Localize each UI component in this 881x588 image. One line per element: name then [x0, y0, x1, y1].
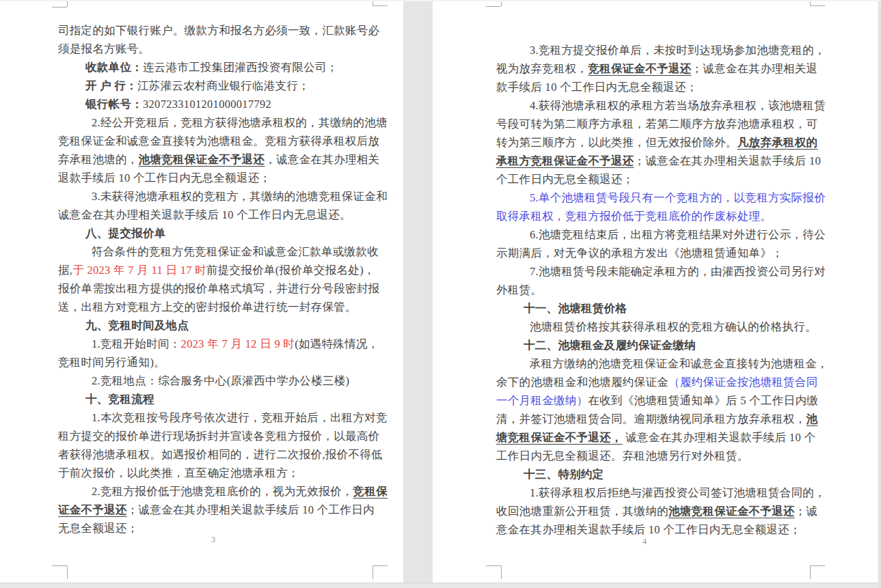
text-line: 4.获得池塘承租权的承租方若当场放弃承租权，该池塘租赁 — [496, 96, 817, 115]
text-segment: 凡放弃承租权的 — [737, 136, 818, 149]
text-segment: 须是报名方账号。 — [58, 42, 150, 55]
text-line: 余下的池塘租金和池塘履约保证金（履约保证金按池塘租赁合同 — [496, 373, 817, 391]
text-segment: 4.获得池塘承租权的承租方若当场放弃承租权，该池塘租赁 — [530, 99, 826, 112]
text-segment: 竞租时间另行通知)。 — [58, 356, 165, 369]
text-segment: 诚意金在其办理相关退款手续后 10 个工作日内无息退还。 — [58, 208, 351, 221]
page-4-text: 3.竞租方提交报价单后，未按时到达现场参加池塘竞租的，视为放弃竞租权，竞租保证金… — [496, 41, 817, 539]
text-line: 3.竞租方提交报价单后，未按时到达现场参加池塘竞租的， — [496, 41, 817, 59]
text-line: 收回池塘重新公开租赁，其缴纳的池塘竞租保证金不予退还；诚 — [496, 502, 817, 520]
text-segment: （履约保证金按池塘租赁合同 — [668, 376, 817, 389]
text-segment: 收款单位： — [85, 61, 143, 74]
text-segment: ，诚意金在其办理相关 — [265, 153, 379, 166]
text-segment: 符合条件的竞租方凭竞租保证金和诚意金汇款单或缴款收 — [92, 245, 379, 258]
text-segment: 租方提交的报价单进行现场拆封并宣读各竞租方报价，以最高价 — [58, 430, 379, 443]
crop-mark-top-left-h — [486, 6, 501, 7]
text-segment: 号段可转为第二顺序方承租，若第二顺序方放弃池塘承租权，可 — [496, 117, 817, 130]
text-line: 5.单个池塘租赁号段只有一个竞租方的，以竞租方实际报价 — [496, 188, 817, 207]
text-line: 1.竞租开始时间：2023 年 7 月 12 日 9 时(如遇特殊情况， — [58, 335, 378, 353]
crop-mark-bottom-right-v — [372, 565, 373, 579]
text-segment: 司指定的如下银行账户。缴款方和报名方必须一致，汇款账号必 — [58, 24, 379, 37]
document-view: 司指定的如下银行账户。缴款方和报名方必须一致，汇款账号必须是报名方账号。收款单位… — [0, 0, 881, 588]
text-line: 租方提交的报价单进行现场拆封并宣读各竞租方报价，以最高价 — [58, 427, 378, 445]
text-segment: 3.未获得池塘承租权的竞租方，其缴纳的池塘竞租保证金和 — [92, 190, 388, 203]
crop-mark-bottom-left-v — [67, 565, 68, 579]
text-segment: ；诚意金在其办理相关退款手续后 10 — [634, 154, 822, 167]
text-line: 2.经公开竞租后，竞租方获得池塘承租权的，其缴纳的池塘 — [58, 113, 378, 132]
text-line: 九、竞租时间及地点 — [58, 316, 378, 335]
text-segment: 1.本次竞租按号段序号依次进行，竞租开始后，出租方对竞 — [92, 411, 388, 424]
page-gutter — [403, 0, 433, 583]
text-segment: 竞租保证金和诚意金直接转为池塘租金。竞租方获得承租权后放 — [58, 135, 379, 148]
canvas-bottom-gap — [0, 583, 881, 588]
text-segment: 八、提交报价单 — [85, 227, 166, 240]
crop-mark-top-right-h — [372, 5, 388, 6]
text-segment: 承租方缴纳的池塘竞租保证金和诚意金直接转为池塘租金， — [530, 357, 828, 370]
crop-mark-bottom-right-v — [810, 565, 811, 579]
text-segment: 者获得池塘承租权。如遇报价相同的，进行二次报价,报价不得低 — [58, 448, 383, 461]
text-segment: 7.池塘租赁号段未能确定承租方的，由灌西投资公司另行对 — [530, 265, 826, 278]
text-segment: 承租方竞租保证金不予退还 — [496, 154, 634, 167]
text-line: 十一、池塘租赁价格 — [496, 299, 817, 318]
text-segment: 1.获得承租权后拒绝与灌西投资公司签订池塘租赁合同的， — [530, 486, 826, 499]
text-line: 2.竞租地点：综合服务中心(原灌西中学办公楼三楼) — [58, 372, 378, 390]
text-line: 外租赁。 — [496, 281, 817, 299]
text-segment: 款手续后 10 个工作日内无息全额退还； — [496, 81, 698, 94]
text-segment: 于 2023 年 7 月 11 日 17 时 — [72, 264, 206, 277]
text-segment: 竞租保 — [353, 485, 388, 498]
text-line: 收款单位：连云港市工投集团灌西投资有限公司； — [58, 58, 378, 76]
text-line: 转为第三顺序方，以此类推，但无效报价除外。凡放弃承租权的 — [496, 133, 817, 152]
text-line: 3.未获得池塘承租权的竞租方，其缴纳的池塘竞租保证金和 — [58, 187, 378, 206]
crop-mark-top-left-h — [52, 7, 67, 8]
text-line: 十、竞租流程 — [58, 390, 378, 408]
text-segment: 3207233101201000017792 — [143, 98, 271, 111]
page-4: 3.竞租方提交报价单后，未按时到达现场参加池塘竞租的，视为放弃竞租权，竞租保证金… — [433, 0, 878, 583]
text-line: 证金不予退还；诚意金在其办理相关退款手续后 10 个工作日内 — [58, 501, 378, 519]
crop-mark-bottom-left-h — [486, 565, 501, 566]
text-line: 2.竞租方报价低于池塘竞租底价的，视为无效报价，竞租保 — [58, 482, 378, 501]
text-line: 号段可转为第二顺序方承租，若第二顺序方放弃池塘承租权，可 — [496, 115, 817, 133]
crop-mark-bottom-left-h — [52, 565, 67, 566]
text-line: 工作日内无息全额退还。弃租池塘另行对外租赁。 — [496, 447, 817, 465]
text-segment: 收回池塘重新公开租赁，其缴纳的 — [496, 505, 668, 518]
text-line: 示期满后，对无争议的承租方发出《池塘租赁通知单》； — [496, 244, 817, 262]
text-line: 银行帐号：3207233101201000017792 — [58, 95, 378, 113]
text-segment: 2.竞租地点：综合服务中心(原灌西中学办公楼三楼) — [92, 374, 349, 387]
text-line: 者获得池塘承租权。如遇报价相同的，进行二次报价,报价不得低 — [58, 445, 378, 464]
text-line: 池塘租赁价格按其获得承租权的竞租方确认的价格执行。 — [496, 318, 817, 336]
text-segment: ；诚 — [795, 505, 818, 518]
text-line: 1.获得承租权后拒绝与灌西投资公司签订池塘租赁合同的， — [496, 484, 817, 502]
text-line: 弃承租池塘的，池塘竞租保证金不予退还，诚意金在其办理相关 — [58, 150, 378, 169]
text-line: 竞租保证金和诚意金直接转为池塘租金。竞租方获得承租权后放 — [58, 132, 378, 150]
page-3-text: 司指定的如下银行账户。缴款方和报名方必须一致，汇款账号必须是报名方账号。收款单位… — [58, 21, 378, 537]
page-number: 4 — [642, 537, 647, 547]
text-segment: 十二、池塘租金及履约保证金缴纳 — [524, 339, 696, 352]
text-segment: 竞租保证金不予退还 — [588, 62, 691, 75]
text-line: 符合条件的竞租方凭竞租保证金和诚意金汇款单或缴款收 — [58, 242, 378, 261]
text-segment: 报价单需按出租方提供的报价单格式填写，并进行分号段密封报 — [58, 282, 379, 295]
text-segment: 十、竞租流程 — [85, 393, 154, 406]
text-segment: 池 — [807, 412, 818, 425]
text-segment: ；诚意金在其办理相关退款手续后 10 个工作日内 — [127, 503, 375, 516]
text-line: 无息全额退还； — [58, 519, 378, 537]
text-segment: 无息全额退还； — [58, 522, 139, 535]
text-segment: 2023 年 7 月 12 日 9 时 — [181, 337, 295, 350]
crop-mark-bottom-right-h — [810, 565, 825, 566]
text-line: 6.池塘竞租结束后，出租方将竞租结果对外进行公示，待公 — [496, 225, 817, 244]
text-line: 于前次报价，以此类推，直至确定池塘承租方； — [58, 464, 378, 482]
text-segment: 九、竞租时间及地点 — [85, 319, 189, 332]
text-segment: 2.竞租方报价低于池塘竞租底价的，视为无效报价， — [92, 485, 353, 498]
text-line: 承租方竞租保证金不予退还；诚意金在其办理相关退款手续后 10 — [496, 152, 817, 170]
text-segment: 十一、池塘租赁价格 — [524, 302, 627, 315]
text-segment: 意金在其办理相关退款手续后 10 个工作日内无息全额退还； — [496, 523, 801, 536]
text-segment: 3.竞租方提交报价单后，未按时到达现场参加池塘竞租的， — [530, 44, 826, 57]
text-line: 视为放弃竞租权，竞租保证金不予退还；诚意金在其办理相关退 — [496, 59, 817, 78]
text-line: 八、提交报价单 — [58, 224, 378, 242]
text-line: 十二、池塘租金及履约保证金缴纳 — [496, 336, 817, 354]
text-segment: 取得承租权，竞租方报价低于竞租底价的作废标处理。 — [496, 210, 772, 223]
text-line: 7.池塘租赁号段未能确定承租方的，由灌西投资公司另行对 — [496, 262, 817, 281]
text-line: 报价单需按出租方提供的报价单格式填写，并进行分号段密封报 — [58, 279, 378, 298]
text-segment: 池塘竞租保证金不予退还 — [668, 505, 795, 518]
text-line: 承租方缴纳的池塘竞租保证金和诚意金直接转为池塘租金， — [496, 354, 817, 373]
text-segment: 清，并签订池塘租赁合同。逾期缴纳视同承租方放弃承租权， — [496, 412, 807, 425]
crop-mark-bottom-left-v — [501, 565, 502, 579]
